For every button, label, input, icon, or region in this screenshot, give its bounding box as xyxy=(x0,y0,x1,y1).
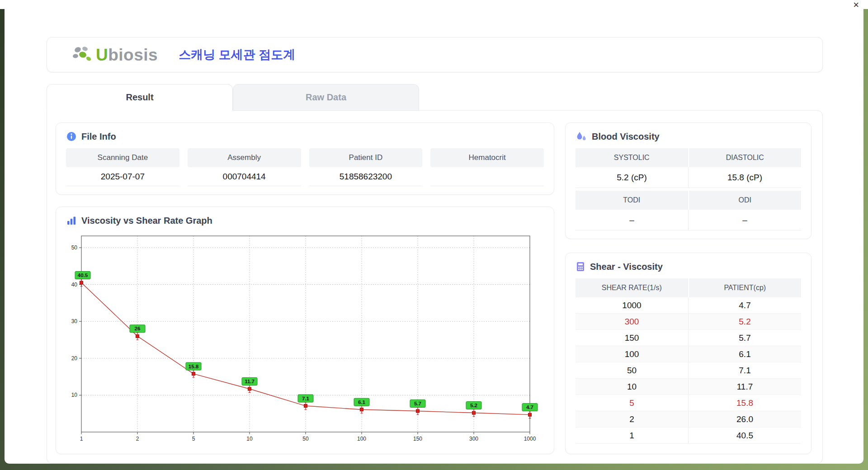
window-title-strip xyxy=(0,0,868,9)
shear-table-row: 515.8 xyxy=(576,395,801,411)
svg-text:5: 5 xyxy=(192,436,195,441)
tab-result[interactable]: Result xyxy=(47,84,233,111)
viscosity-shear-rate-chart: 12510501001503001000102030405040.52615.8… xyxy=(66,232,541,441)
droplet-icon xyxy=(576,131,587,142)
patient-viscosity-cell: 5.2 xyxy=(689,314,801,329)
app-header: Ubiosis 스캐닝 모세관 점도계 xyxy=(47,37,823,72)
svg-text:7.1: 7.1 xyxy=(302,396,310,401)
odi-label: ODI xyxy=(689,191,802,210)
brand-wordmark: Ubiosis xyxy=(96,47,158,63)
patient-viscosity-cell: 6.1 xyxy=(689,346,801,362)
todi-label: TODI xyxy=(576,191,689,210)
patient-viscosity-cell: 11.7 xyxy=(689,379,801,395)
svg-text:50: 50 xyxy=(302,436,309,441)
shear-rate-cell: 2 xyxy=(576,411,689,427)
blood-viscosity-heading: Blood Viscosity xyxy=(576,131,801,142)
shear-table-row: 140.5 xyxy=(576,428,801,444)
field-label-patient-id: Patient ID xyxy=(309,148,423,167)
bv-header-row-2: TODI ODI xyxy=(576,191,801,210)
shear-rate-column-header: SHEAR RATE(1/s) xyxy=(576,278,689,297)
svg-text:40.5: 40.5 xyxy=(78,273,88,278)
svg-text:300: 300 xyxy=(469,436,478,441)
bar-chart-icon xyxy=(66,215,77,226)
field-label-scanning-date: Scanning Date xyxy=(66,148,179,167)
shear-rate-cell: 100 xyxy=(576,346,689,362)
field-value-scanning-date: 2025-07-07 xyxy=(66,167,179,186)
systolic-label: SYSTOLIC xyxy=(576,148,689,167)
shear-table-row: 226.0 xyxy=(576,411,801,428)
svg-text:5.7: 5.7 xyxy=(414,401,421,406)
svg-text:10: 10 xyxy=(246,436,253,441)
shear-table-row: 1006.1 xyxy=(576,346,801,362)
odi-value: – xyxy=(689,210,801,230)
shear-table-row: 507.1 xyxy=(576,362,801,379)
field-label-hematocrit: Hematocrit xyxy=(430,148,544,167)
svg-text:100: 100 xyxy=(357,436,366,441)
svg-text:150: 150 xyxy=(413,436,422,441)
shear-rate-cell: 1 xyxy=(576,428,689,443)
shear-rate-cell: 300 xyxy=(576,314,689,329)
bv-header-row-1: SYSTOLIC DIASTOLIC xyxy=(576,148,801,167)
svg-text:50: 50 xyxy=(71,244,78,251)
shear-rate-cell: 150 xyxy=(576,330,689,346)
shear-table-header: SHEAR RATE(1/s) PATIENT(cp) xyxy=(576,278,801,297)
field-value-hematocrit xyxy=(430,167,544,186)
window-close-button[interactable]: × xyxy=(850,0,862,10)
file-info-card: File Info Scanning Date Assembly Patient… xyxy=(56,122,554,195)
ubiosis-leaf-icon xyxy=(71,45,92,64)
svg-text:1000: 1000 xyxy=(524,436,536,441)
svg-text:10: 10 xyxy=(71,392,78,398)
shear-viscosity-heading-label: Shear - Viscosity xyxy=(590,262,663,272)
patient-column-header: PATIENT(cp) xyxy=(689,278,802,297)
field-value-assembly: 000704414 xyxy=(188,167,301,186)
left-column: File Info Scanning Date Assembly Patient… xyxy=(56,122,554,454)
shear-table-row: 10004.7 xyxy=(576,297,801,314)
svg-text:1: 1 xyxy=(80,436,83,441)
patient-viscosity-cell: 15.8 xyxy=(689,395,801,411)
shear-table-row: 3005.2 xyxy=(576,314,801,330)
shear-viscosity-card: Shear - Viscosity SHEAR RATE(1/s) PATIEN… xyxy=(565,253,811,454)
tab-raw-data[interactable]: Raw Data xyxy=(233,84,419,111)
field-value-patient-id: 51858623200 xyxy=(309,167,423,186)
svg-text:4.7: 4.7 xyxy=(526,404,533,410)
page-content: Ubiosis 스캐닝 모세관 점도계 Result Raw Data xyxy=(47,37,823,464)
file-info-fields: Scanning Date Assembly Patient ID Hemato… xyxy=(66,148,544,186)
bv-value-row-1: 5.2 (cP) 15.8 (cP) xyxy=(576,167,801,188)
app-window: Ubiosis 스캐닝 모세관 점도계 Result Raw Data xyxy=(5,0,863,464)
calculator-icon xyxy=(576,261,585,272)
todi-value: – xyxy=(576,210,689,230)
svg-text:40: 40 xyxy=(71,282,78,288)
bv-value-row-2: – – xyxy=(576,210,801,230)
file-info-heading-label: File Info xyxy=(81,132,116,142)
page-title: 스캐닝 모세관 점도계 xyxy=(179,47,295,63)
systolic-value: 5.2 (cP) xyxy=(576,167,689,188)
brand-logo: Ubiosis xyxy=(71,45,158,64)
shear-table-row: 1505.7 xyxy=(576,330,801,346)
svg-text:26: 26 xyxy=(135,326,141,331)
svg-text:11.7: 11.7 xyxy=(245,379,255,384)
field-label-assembly: Assembly xyxy=(188,148,301,167)
blood-viscosity-card: Blood Viscosity SYSTOLIC DIASTOLIC 5.2 (… xyxy=(565,122,811,239)
right-column: Blood Viscosity SYSTOLIC DIASTOLIC 5.2 (… xyxy=(565,122,811,454)
diastolic-value: 15.8 (cP) xyxy=(689,167,801,188)
shear-rate-cell: 1000 xyxy=(576,297,689,313)
patient-viscosity-cell: 7.1 xyxy=(689,362,801,378)
svg-text:30: 30 xyxy=(71,318,78,324)
diastolic-label: DIASTOLIC xyxy=(689,148,802,167)
graph-heading: Viscosity vs Shear Rate Graph xyxy=(66,215,544,226)
svg-text:2: 2 xyxy=(136,436,139,441)
graph-heading-label: Viscosity vs Shear Rate Graph xyxy=(81,216,212,226)
shear-rate-cell: 50 xyxy=(576,362,689,378)
graph-card: Viscosity vs Shear Rate Graph 1251050100… xyxy=(56,207,554,454)
patient-viscosity-cell: 26.0 xyxy=(689,411,801,427)
info-icon xyxy=(66,131,77,142)
patient-viscosity-cell: 5.7 xyxy=(689,330,801,346)
brand-wordmark-u: U xyxy=(96,46,108,64)
svg-text:6.1: 6.1 xyxy=(358,400,366,405)
shear-rate-cell: 10 xyxy=(576,379,689,395)
brand-wordmark-rest: biosis xyxy=(108,46,158,64)
shear-table-body: 10004.73005.21505.71006.1507.11011.7515.… xyxy=(576,297,801,444)
svg-text:20: 20 xyxy=(71,355,78,362)
tab-bar: Result Raw Data xyxy=(47,84,823,111)
result-panel: File Info Scanning Date Assembly Patient… xyxy=(47,110,823,464)
